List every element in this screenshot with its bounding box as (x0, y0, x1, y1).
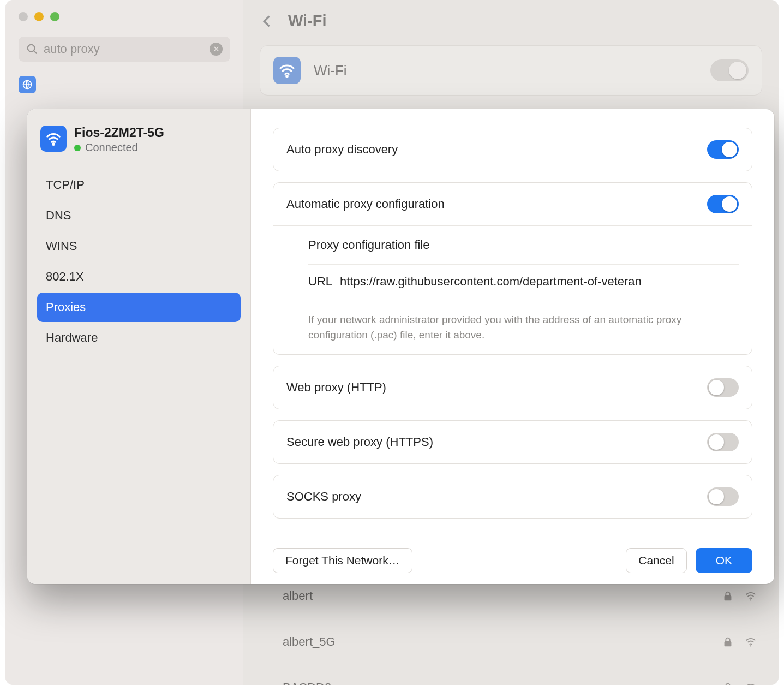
ok-button[interactable]: OK (696, 548, 752, 573)
sidebar-item-proxies[interactable]: Proxies (37, 293, 241, 322)
auto-proxy-discovery-toggle[interactable] (707, 140, 739, 159)
pac-help-text: If your network administrator provided y… (308, 302, 739, 342)
pac-url-label: URL (308, 275, 332, 289)
socks-proxy-toggle[interactable] (707, 487, 739, 506)
sheet-sidebar: Fios-2ZM2T-5G Connected TCP/IP DNS WINS … (27, 109, 251, 584)
sheet-main: Auto proxy discovery Automatic proxy con… (251, 109, 774, 584)
network-name: Fios-2ZM2T-5G (74, 126, 164, 140)
status-dot-icon (74, 145, 81, 151)
forget-network-button[interactable]: Forget This Network… (273, 548, 412, 573)
network-settings-sheet: Fios-2ZM2T-5G Connected TCP/IP DNS WINS … (27, 109, 774, 584)
cancel-button[interactable]: Cancel (626, 548, 686, 573)
sheet-footer: Forget This Network… Cancel OK (251, 537, 774, 584)
network-header: Fios-2ZM2T-5G Connected (37, 126, 241, 154)
web-proxy-toggle[interactable] (707, 378, 739, 397)
pac-section-title: Proxy configuration file (308, 226, 739, 264)
socks-proxy-label: SOCKS proxy (286, 490, 707, 504)
automatic-proxy-config-card: Automatic proxy configuration Proxy conf… (273, 182, 752, 355)
automatic-proxy-config-toggle[interactable] (707, 195, 739, 213)
secure-web-proxy-toggle[interactable] (707, 433, 739, 451)
auto-proxy-discovery-label: Auto proxy discovery (286, 142, 707, 157)
automatic-proxy-config-label: Automatic proxy configuration (286, 197, 707, 211)
pac-url-field[interactable]: https://raw.githubusercontent.com/depart… (340, 275, 642, 289)
sidebar-item-wins[interactable]: WINS (37, 231, 241, 261)
wifi-icon (40, 126, 67, 152)
sidebar-item-tcpip[interactable]: TCP/IP (37, 170, 241, 200)
svg-point-10 (53, 144, 55, 145)
secure-web-proxy-card: Secure web proxy (HTTPS) (273, 420, 752, 464)
auto-proxy-discovery-card: Auto proxy discovery (273, 128, 752, 171)
sidebar-item-hardware[interactable]: Hardware (37, 323, 241, 353)
secure-web-proxy-label: Secure web proxy (HTTPS) (286, 435, 707, 449)
socks-proxy-card: SOCKS proxy (273, 475, 752, 519)
network-status: Connected (74, 141, 164, 154)
status-text: Connected (85, 141, 138, 154)
sidebar-item-8021x[interactable]: 802.1X (37, 262, 241, 291)
web-proxy-label: Web proxy (HTTP) (286, 380, 707, 395)
sidebar-item-dns[interactable]: DNS (37, 201, 241, 230)
web-proxy-card: Web proxy (HTTP) (273, 366, 752, 409)
